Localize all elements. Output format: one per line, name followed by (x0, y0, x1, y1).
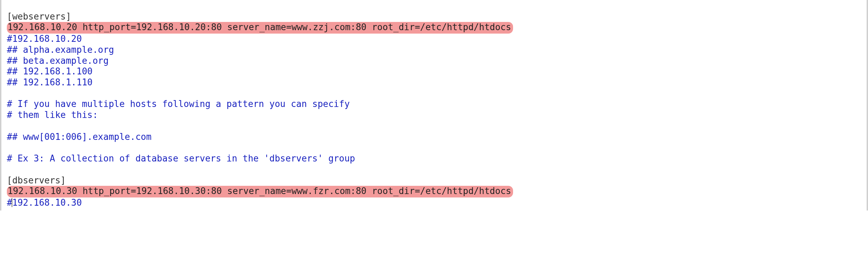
highlighted-line: 192.168.10.20 http_port=192.168.10.20:80… (7, 22, 513, 34)
code-block[interactable]: [webservers] 192.168.10.20 http_port=192… (0, 0, 868, 210)
comment-line: ## alpha.example.org (7, 45, 114, 55)
comment-line: # them like this: (7, 110, 98, 120)
comment-line: ## beta.example.org (7, 56, 108, 66)
hash: # (7, 197, 12, 208)
code-line: [dbservers] (7, 175, 66, 185)
comment-line: #192.168.10.20 (7, 34, 82, 44)
code-line: [webservers] (7, 11, 71, 22)
highlighted-line: 192.168.10.30 http_port=192.168.10.30:80… (7, 186, 513, 197)
comment-line: # Ex 3: A collection of database servers… (7, 153, 355, 164)
comment-line: ## www[001:006].example.com (7, 132, 152, 142)
comment-line: ## 192.168.1.110 (7, 77, 92, 87)
comment-line: #192.168.10.30 (7, 197, 82, 208)
comment-line: # If you have multiple hosts following a… (7, 99, 350, 109)
comment-text: 192.168.10.30 (12, 197, 82, 208)
comment-line: ## 192.168.1.100 (7, 66, 92, 76)
